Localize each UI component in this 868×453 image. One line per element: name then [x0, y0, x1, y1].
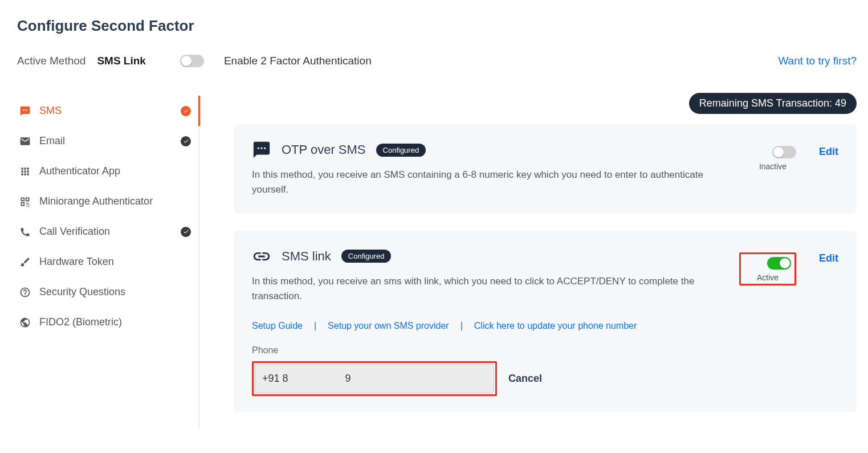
- otp-description: In this method, you receive an SMS conta…: [252, 168, 736, 198]
- enable-2fa-toggle[interactable]: [180, 55, 204, 67]
- sidebar-item-fido2[interactable]: FIDO2 (Biometric): [11, 307, 199, 337]
- sidebar-item-email[interactable]: Email: [11, 126, 199, 156]
- sidebar-item-call-verification[interactable]: Call Verification: [11, 217, 199, 247]
- sidebar-item-label: Authenticator App: [39, 165, 191, 177]
- want-to-try-link[interactable]: Want to try first?: [778, 55, 857, 67]
- qr-icon: [19, 196, 31, 207]
- remaining-sms-badge: Remaining SMS Transaction: 49: [689, 93, 857, 114]
- setup-guide-link[interactable]: Setup Guide: [252, 321, 303, 331]
- sidebar-item-security-questions[interactable]: Security Questions: [11, 277, 199, 307]
- sidebar-item-label: SMS: [39, 105, 181, 117]
- sidebar-item-label: Security Questions: [39, 286, 191, 298]
- phone-input-highlight: [252, 361, 497, 396]
- phone-label: Phone: [252, 345, 838, 356]
- update-phone-link[interactable]: Click here to update your phone number: [474, 321, 637, 331]
- check-badge-icon: [181, 227, 191, 237]
- question-icon: [19, 287, 31, 298]
- sidebar-item-label: FIDO2 (Biometric): [39, 316, 191, 328]
- sms-link-card: SMS link Configured In this method, you …: [234, 231, 857, 413]
- toggle-knob: [181, 56, 191, 66]
- enable-2fa-label: Enable 2 Factor Authentication: [224, 55, 372, 67]
- key-icon: [19, 256, 31, 268]
- sidebar: SMS Email Authenticator App: [11, 96, 199, 429]
- active-method-value: SMS Link: [97, 55, 146, 67]
- own-provider-link[interactable]: Setup your own SMS provider: [328, 321, 449, 331]
- smslink-status-label: Active: [757, 273, 779, 282]
- link-icon: [252, 247, 271, 266]
- email-icon: [19, 136, 31, 147]
- main-content: Remaining SMS Transaction: 49 OTP over S…: [199, 96, 857, 429]
- otp-over-sms-card: OTP over SMS Configured In this method, …: [234, 124, 857, 214]
- sidebar-item-label: Hardware Token: [39, 256, 191, 268]
- sidebar-item-label: Miniorange Authenticator: [39, 195, 191, 207]
- active-method-label: Active Method: [17, 55, 85, 67]
- smslink-active-toggle[interactable]: [767, 257, 791, 270]
- check-badge-icon: [181, 136, 191, 146]
- smslink-toggle-highlight: Active: [739, 252, 796, 285]
- sidebar-item-hardware-token[interactable]: Hardware Token: [11, 247, 199, 277]
- sidebar-item-label: Email: [39, 135, 181, 147]
- otp-edit-link[interactable]: Edit: [819, 146, 838, 158]
- cancel-button[interactable]: Cancel: [508, 373, 542, 385]
- smslink-title: SMS link: [282, 249, 331, 264]
- otp-active-toggle[interactable]: [772, 146, 796, 158]
- grid-icon: [19, 166, 31, 177]
- sms-bubble-icon: [252, 140, 271, 160]
- page-title: Configure Second Factor: [17, 17, 857, 35]
- phone-icon: [19, 226, 31, 238]
- otp-title: OTP over SMS: [282, 142, 366, 157]
- globe-icon: [19, 317, 31, 328]
- link-separator: |: [461, 321, 463, 331]
- smslink-description: In this method, you receive an sms with …: [252, 274, 736, 304]
- configured-badge: Configured: [376, 144, 426, 157]
- header-left: Active Method SMS Link Enable 2 Factor A…: [17, 55, 372, 67]
- link-separator: |: [314, 321, 316, 331]
- otp-status-label: Inactive: [759, 162, 787, 171]
- sms-icon: [19, 105, 31, 117]
- configured-badge: Configured: [341, 250, 392, 263]
- check-badge-icon: [181, 106, 191, 116]
- smslink-edit-link[interactable]: Edit: [819, 252, 838, 264]
- phone-input[interactable]: [255, 364, 494, 393]
- sidebar-item-label: Call Verification: [39, 226, 181, 238]
- toggle-knob: [780, 258, 790, 268]
- header-bar: Active Method SMS Link Enable 2 Factor A…: [17, 55, 857, 67]
- sidebar-item-sms[interactable]: SMS: [11, 96, 199, 126]
- sidebar-item-miniorange-authenticator[interactable]: Miniorange Authenticator: [11, 186, 199, 217]
- sidebar-item-authenticator-app[interactable]: Authenticator App: [11, 156, 199, 186]
- toggle-knob: [773, 147, 784, 157]
- smslink-links-row: Setup Guide | Setup your own SMS provide…: [252, 321, 838, 331]
